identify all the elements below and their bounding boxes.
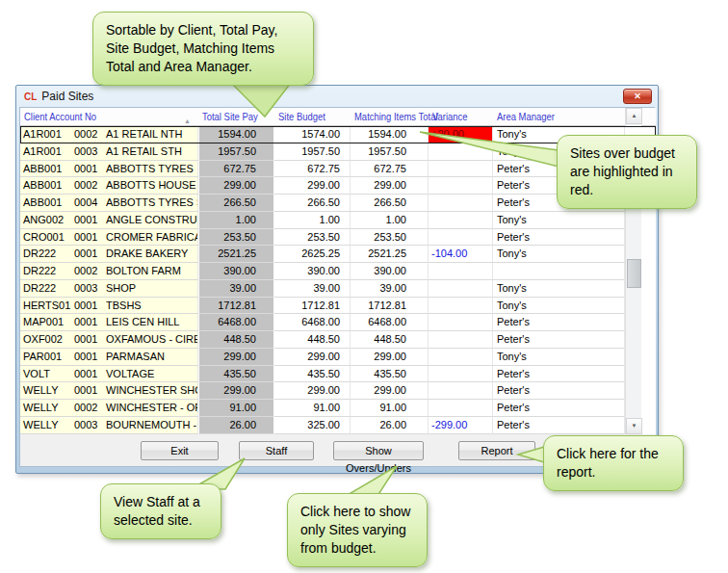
- cell-total-site-pay[interactable]: 435.50: [198, 366, 274, 383]
- cell-variance[interactable]: [429, 280, 493, 298]
- cell-site-budget[interactable]: 6468.00: [274, 314, 351, 331]
- table-row[interactable]: DR2220003SHOP39.0039.0039.00Tony's: [20, 280, 656, 298]
- cell-site-budget[interactable]: 448.50: [274, 331, 351, 349]
- table-row[interactable]: WELLY0001WINCHESTER SHOP299.00299.00299.…: [20, 382, 656, 400]
- cell-total-site-pay[interactable]: 1957.50: [198, 143, 274, 161]
- cell-total-site-pay[interactable]: 253.50: [198, 229, 274, 247]
- show-overs-unders-button[interactable]: Show Overs/Unders: [333, 441, 424, 460]
- cell-client-account[interactable]: HERTS010001TBSHS: [20, 298, 198, 315]
- cell-total-site-pay[interactable]: 390.00: [198, 263, 274, 280]
- cell-client-account[interactable]: DR2220001DRAKE BAKERY: [20, 246, 198, 263]
- cell-total-site-pay[interactable]: 1594.00: [198, 126, 274, 143]
- cell-site-budget[interactable]: 325.00: [274, 417, 351, 434]
- cell-variance[interactable]: -299.00: [429, 417, 493, 434]
- cell-variance[interactable]: [429, 314, 493, 331]
- scrollbar-thumb[interactable]: [627, 259, 641, 288]
- cell-matching-items-total[interactable]: 2521.25: [351, 246, 429, 263]
- cell-site-budget[interactable]: 390.00: [274, 263, 351, 280]
- cell-total-site-pay[interactable]: 1.00: [198, 212, 274, 229]
- table-row[interactable]: HERTS010001TBSHS1712.811712.811712.81Ton…: [20, 298, 656, 315]
- cell-matching-items-total[interactable]: 299.00: [351, 382, 429, 400]
- cell-total-site-pay[interactable]: 299.00: [198, 177, 274, 195]
- cell-client-account[interactable]: PAR0010001PARMASAN: [20, 349, 198, 366]
- cell-area-manager[interactable]: Peter's: [493, 366, 625, 383]
- cell-client-account[interactable]: A1R0010002A1 RETAIL NTH: [20, 126, 198, 143]
- table-row[interactable]: PAR0010001PARMASAN299.00299.00299.00Tony…: [20, 349, 656, 366]
- cell-area-manager[interactable]: Peter's: [493, 417, 625, 434]
- table-row[interactable]: DR2220001DRAKE BAKERY2521.252625.252521.…: [20, 246, 656, 263]
- cell-total-site-pay[interactable]: 266.50: [198, 195, 274, 212]
- table-row[interactable]: WELLY0002WINCHESTER - OF91.0091.0091.00P…: [20, 400, 656, 417]
- cell-matching-items-total[interactable]: 435.50: [351, 366, 429, 383]
- cell-total-site-pay[interactable]: 39.00: [198, 280, 274, 298]
- scroll-down-icon[interactable]: ▼: [626, 418, 642, 434]
- cell-variance[interactable]: [429, 177, 493, 195]
- table-row[interactable]: ANG0020001ANGLE CONSTRUCT1.001.001.00Ton…: [20, 212, 656, 229]
- cell-site-budget[interactable]: 91.00: [274, 400, 351, 417]
- cell-area-manager[interactable]: Tony's: [493, 280, 625, 298]
- cell-site-budget[interactable]: 299.00: [274, 349, 351, 366]
- cell-variance[interactable]: [429, 400, 493, 417]
- cell-matching-items-total[interactable]: 299.00: [351, 349, 429, 366]
- cell-matching-items-total[interactable]: 448.50: [351, 331, 429, 349]
- cell-matching-items-total[interactable]: 91.00: [351, 400, 429, 417]
- cell-total-site-pay[interactable]: 26.00: [198, 417, 274, 434]
- cell-client-account[interactable]: ABB0010002ABBOTTS HOUSE: [20, 177, 198, 195]
- cell-variance[interactable]: [429, 298, 493, 315]
- cell-area-manager[interactable]: [493, 263, 625, 280]
- cell-variance[interactable]: [429, 331, 493, 349]
- cell-client-account[interactable]: VOLT0001VOLTAGE: [20, 366, 198, 383]
- cell-area-manager[interactable]: Peter's: [493, 229, 625, 247]
- cell-site-budget[interactable]: 299.00: [274, 382, 351, 400]
- cell-site-budget[interactable]: 39.00: [274, 280, 351, 298]
- cell-matching-items-total[interactable]: 253.50: [351, 229, 429, 247]
- table-row[interactable]: DR2220002BOLTON FARM390.00390.00390.00: [20, 263, 656, 280]
- cell-matching-items-total[interactable]: 39.00: [351, 280, 429, 298]
- cell-site-budget[interactable]: 1.00: [274, 212, 351, 229]
- cell-total-site-pay[interactable]: 6468.00: [198, 314, 274, 331]
- cell-total-site-pay[interactable]: 1712.81: [198, 298, 274, 315]
- cell-total-site-pay[interactable]: 448.50: [198, 331, 274, 349]
- cell-area-manager[interactable]: Tony's: [493, 246, 625, 263]
- cell-variance[interactable]: [429, 195, 493, 212]
- cell-site-budget[interactable]: 1574.00: [274, 126, 351, 143]
- cell-matching-items-total[interactable]: 390.00: [351, 263, 429, 280]
- cell-variance[interactable]: [429, 349, 493, 366]
- cell-site-budget[interactable]: 253.50: [274, 229, 351, 247]
- cell-matching-items-total[interactable]: 299.00: [351, 177, 429, 195]
- cell-client-account[interactable]: ANG0020001ANGLE CONSTRUCT: [20, 212, 198, 229]
- cell-site-budget[interactable]: 1957.50: [274, 143, 351, 161]
- cell-matching-items-total[interactable]: 1.00: [351, 212, 429, 229]
- cell-variance[interactable]: [429, 212, 493, 229]
- cell-client-account[interactable]: WELLY0003BOURNEMOUTH - S: [20, 417, 198, 434]
- cell-total-site-pay[interactable]: 2521.25: [198, 246, 274, 263]
- cell-client-account[interactable]: CRO0010001CROMER FABRICAT: [20, 229, 198, 247]
- cell-site-budget[interactable]: 299.00: [274, 177, 351, 195]
- column-header-client-account-no[interactable]: Client Account No ▲: [20, 108, 198, 125]
- scroll-up-icon[interactable]: ▲: [626, 108, 642, 124]
- cell-client-account[interactable]: ABB0010004ABBOTTS TYRES S: [20, 195, 198, 212]
- cell-area-manager[interactable]: Tony's: [493, 349, 625, 366]
- cell-client-account[interactable]: OXF0020001OXFAMOUS - CIRE: [20, 331, 198, 349]
- cell-area-manager[interactable]: Peter's: [493, 382, 625, 400]
- cell-variance[interactable]: [429, 366, 493, 383]
- cell-area-manager[interactable]: Tony's: [493, 212, 625, 229]
- table-row[interactable]: OXF0020001OXFAMOUS - CIRE448.50448.50448…: [20, 331, 656, 349]
- table-row[interactable]: WELLY0003BOURNEMOUTH - S26.00325.0026.00…: [20, 417, 656, 434]
- cell-client-account[interactable]: A1R0010003A1 RETAIL STH: [20, 143, 198, 161]
- cell-total-site-pay[interactable]: 299.00: [198, 349, 274, 366]
- cell-site-budget[interactable]: 435.50: [274, 366, 351, 383]
- cell-client-account[interactable]: ABB0010001ABBOTTS TYRES: [20, 161, 198, 178]
- cell-matching-items-total[interactable]: 1712.81: [351, 298, 429, 315]
- cell-area-manager[interactable]: Peter's: [493, 400, 625, 417]
- cell-client-account[interactable]: WELLY0001WINCHESTER SHOP: [20, 382, 198, 400]
- cell-total-site-pay[interactable]: 299.00: [198, 382, 274, 400]
- cell-matching-items-total[interactable]: 266.50: [351, 195, 429, 212]
- cell-total-site-pay[interactable]: 91.00: [198, 400, 274, 417]
- cell-variance[interactable]: [429, 263, 493, 280]
- cell-variance[interactable]: [429, 229, 493, 247]
- table-row[interactable]: CRO0010001CROMER FABRICAT253.50253.50253…: [20, 229, 656, 247]
- cell-site-budget[interactable]: 1712.81: [274, 298, 351, 315]
- cell-area-manager[interactable]: Peter's: [493, 314, 625, 331]
- cell-matching-items-total[interactable]: 26.00: [351, 417, 429, 434]
